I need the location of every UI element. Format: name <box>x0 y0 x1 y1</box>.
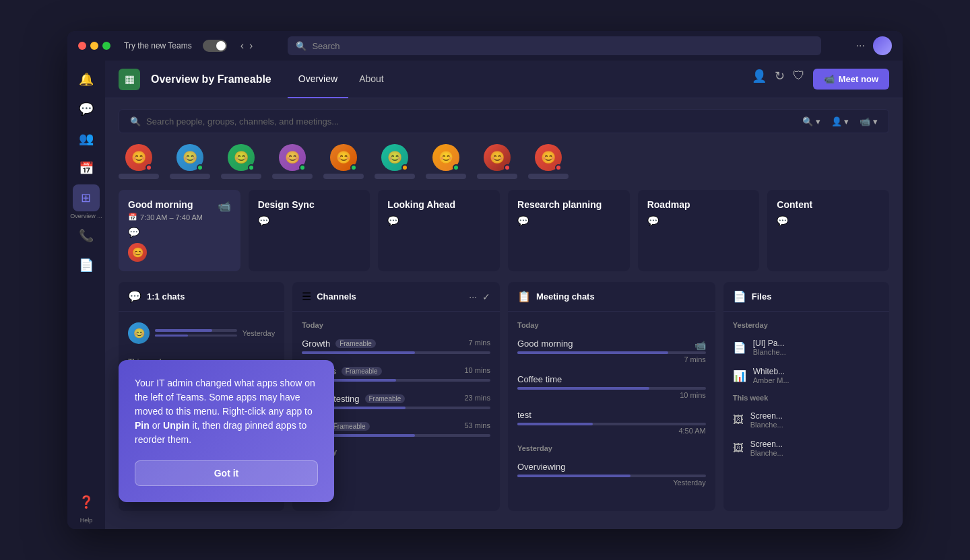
search-icon: 🔍 <box>296 41 306 51</box>
sidebar-item-notifications-wrap: 🔔 <box>73 66 100 93</box>
chat-icon: 💬 <box>79 102 94 116</box>
sidebar-item-calls-wrap: 📞 <box>73 222 100 249</box>
sidebar-item-calendar[interactable]: 📅 <box>73 155 100 182</box>
sidebar-item-help[interactable]: ❓ <box>73 489 100 516</box>
video-icon: 📹 <box>824 74 835 84</box>
titlebar: Try the new Teams ‹ › 🔍 Search ··· <box>67 31 903 61</box>
sidebar: 🔔 💬 👥 📅 ⊞ O <box>67 61 105 529</box>
sidebar-item-teams-wrap: 👥 <box>73 125 100 152</box>
calendar-icon: 📅 <box>79 161 94 176</box>
close-button[interactable] <box>78 42 86 50</box>
sidebar-item-chat[interactable]: 💬 <box>73 96 100 123</box>
sidebar-item-files[interactable]: 📄 <box>73 252 100 279</box>
sidebar-item-calendar-wrap: 📅 <box>73 155 100 182</box>
sidebar-item-files-wrap: 📄 <box>73 252 100 279</box>
popup-overlay: Your IT admin changed what apps show on … <box>105 98 903 529</box>
teams-icon: 👥 <box>79 131 94 146</box>
nav-back-button[interactable]: ‹ <box>240 40 244 52</box>
help-label: Help <box>80 517 93 524</box>
try-teams-toggle[interactable] <box>203 40 227 52</box>
tab-about[interactable]: About <box>348 61 395 98</box>
app-header: ▦ Overview by Frameable Overview About 👤… <box>105 61 903 98</box>
app-title: Overview by Frameable <box>151 73 271 85</box>
sidebar-item-overview-wrap: ⊞ Overview ... <box>70 184 102 219</box>
app-tabs: Overview About <box>288 61 395 98</box>
person-icon[interactable]: 👤 <box>752 69 767 90</box>
nav-forward-button[interactable]: › <box>249 40 253 52</box>
search-placeholder: Search <box>312 41 340 51</box>
sidebar-item-teams[interactable]: 👥 <box>73 125 100 152</box>
notifications-icon: 🔔 <box>79 72 94 87</box>
maximize-button[interactable] <box>102 42 110 50</box>
got-it-button[interactable]: Got it <box>135 460 318 486</box>
app-logo-icon: ▦ <box>119 69 140 90</box>
nav-buttons: ‹ › <box>240 40 253 52</box>
popup-message: Your IT admin changed what apps show on … <box>135 376 318 447</box>
header-actions: 👤 ↻ 🛡 📹 Meet now <box>752 69 889 90</box>
app-layout: 🔔 💬 👥 📅 ⊞ O <box>67 61 903 529</box>
sidebar-item-notifications[interactable]: 🔔 <box>73 66 100 93</box>
refresh-icon[interactable]: ↻ <box>775 69 785 90</box>
overview-icon: ⊞ <box>81 190 91 205</box>
sidebar-bottom: ❓ Help <box>73 489 100 524</box>
calls-icon: 📞 <box>79 228 94 243</box>
shield-icon[interactable]: 🛡 <box>793 69 805 90</box>
meet-now-button[interactable]: 📹 Meet now <box>813 69 889 90</box>
admin-popup: Your IT admin changed what apps show on … <box>119 360 334 502</box>
sidebar-item-calls[interactable]: 📞 <box>73 222 100 249</box>
titlebar-actions: ··· <box>856 36 892 55</box>
sidebar-item-overview[interactable]: ⊞ <box>73 184 100 211</box>
tab-overview[interactable]: Overview <box>288 61 348 98</box>
sidebar-item-chat-wrap: 💬 <box>73 96 100 123</box>
user-avatar[interactable] <box>873 36 892 55</box>
help-icon: ❓ <box>79 495 94 510</box>
minimize-button[interactable] <box>90 42 98 50</box>
global-search[interactable]: 🔍 Search <box>288 36 820 55</box>
try-teams-label: Try the new Teams <box>124 41 192 50</box>
files-icon: 📄 <box>79 258 94 273</box>
app-window: Try the new Teams ‹ › 🔍 Search ··· 🔔 💬 <box>67 31 903 529</box>
content-area: 🔍 Search people, groups, channels, and m… <box>105 98 903 529</box>
sidebar-overview-label: Overview ... <box>70 213 102 219</box>
more-options-button[interactable]: ··· <box>856 40 865 52</box>
traffic-lights <box>78 42 110 50</box>
sidebar-item-help-wrap: ❓ Help <box>73 489 100 524</box>
main-content: ▦ Overview by Frameable Overview About 👤… <box>105 61 903 529</box>
